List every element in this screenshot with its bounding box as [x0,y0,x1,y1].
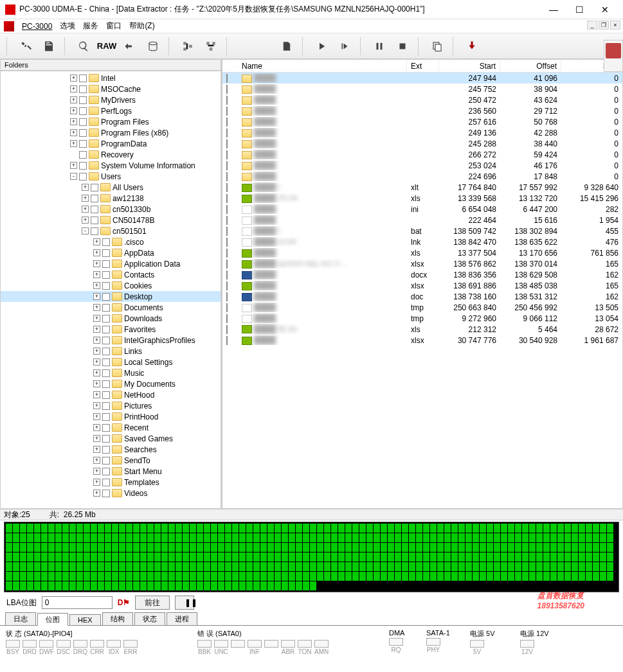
maximize-button[interactable]: ☐ [566,1,592,19]
checkbox[interactable] [91,227,98,235]
raw-button[interactable]: RAW [96,37,117,56]
checkbox[interactable] [226,128,228,137]
checkbox[interactable] [226,183,228,192]
checkbox[interactable] [226,85,228,94]
file-row[interactable]: ████ 224 69617 8480 [222,171,622,182]
file-row[interactable]: ████ 266 27259 4240 [222,149,622,160]
checkbox[interactable] [226,205,228,214]
checkbox[interactable] [102,358,110,366]
tree-item[interactable]: +PrintHood [1,411,221,422]
checkbox[interactable] [226,107,228,116]
expand-icon[interactable]: + [93,413,100,420]
minimize-button[interactable]: — [541,1,566,19]
tree-item[interactable]: +Saved Games [1,433,221,444]
checkbox[interactable] [102,337,110,344]
close-button[interactable]: ✕ [592,1,618,19]
tree-item[interactable]: +System Volume Information [1,160,221,171]
checkbox[interactable] [102,468,110,475]
file-row[interactable]: ████ tmp250 663 840250 456 99213 505 [222,302,622,313]
tree-item[interactable]: +Documents [1,302,221,313]
tab-0[interactable]: 日志 [5,612,36,625]
checkbox[interactable] [226,260,228,269]
checkbox[interactable] [91,195,98,202]
expand-icon[interactable]: + [93,358,100,366]
mdi-close-button[interactable]: × [610,21,620,30]
file-row[interactable]: ████ 222 46415 6161 954 [222,215,622,225]
expand-icon[interactable]: + [82,195,89,202]
tree-item[interactable]: +ProgramData [1,138,221,149]
checkbox[interactable] [226,281,228,290]
checkbox[interactable] [102,249,110,257]
file-row[interactable]: ████ 249 13642 2880 [222,127,622,138]
mdi-restore-button[interactable]: ❐ [599,21,609,30]
disk-icon[interactable] [606,43,621,58]
checkbox[interactable] [79,85,87,93]
tree-item[interactable]: +Cookies [1,280,221,291]
file-row[interactable]: ████ 236 56029 7120 [222,105,622,116]
menu-service[interactable]: 服务 [83,21,98,31]
checkbox[interactable] [91,206,98,213]
export-button[interactable] [276,37,297,56]
file-row[interactable]: ████ ini6 654 0486 447 200282 [222,204,622,215]
tree-item[interactable]: +Contacts [1,269,221,280]
expand-icon[interactable]: + [70,85,77,93]
checkbox[interactable] [226,249,228,258]
tree-item[interactable]: +MyDrivers [1,94,221,105]
checkbox[interactable] [102,293,110,301]
mdi-minimize-button[interactable]: _ [587,21,597,30]
checkbox[interactable] [79,173,87,181]
expand-icon[interactable]: + [93,479,100,486]
checkbox[interactable] [102,490,110,497]
tree-item[interactable]: +My Documents [1,378,221,389]
expand-icon[interactable]: + [82,184,89,191]
goto-button[interactable]: 前往 [135,596,170,610]
col-ext[interactable]: Ext [407,60,439,72]
checkbox[interactable] [102,424,110,432]
checkbox[interactable] [226,270,228,279]
file-row[interactable]: ████ docx138 836 356138 629 508162 [222,269,622,280]
expand-icon[interactable]: + [93,435,100,442]
checkbox[interactable] [79,162,87,170]
expand-icon[interactable]: + [70,118,77,125]
file-row[interactable]: ████ 细.xlsxls212 3125 46428 672 [222,324,622,335]
expand-icon[interactable]: + [70,129,77,136]
file-row[interactable]: ████ 253 02446 1760 [222,160,622,171]
expand-icon[interactable] [70,151,77,158]
file-row[interactable]: ████ 245 75238 9040 [222,84,622,94]
checkbox[interactable] [102,391,110,399]
checkbox[interactable] [226,172,228,181]
expand-icon[interactable]: + [82,206,89,213]
expand-icon[interactable]: + [93,369,100,376]
checkbox[interactable] [226,74,228,83]
checkbox[interactable] [102,457,110,464]
checkbox[interactable] [102,282,110,290]
expand-icon[interactable]: + [93,282,100,289]
expand-icon[interactable]: + [70,107,77,114]
tree-item[interactable]: +Searches [1,444,221,455]
menu-options[interactable]: 选项 [60,21,75,31]
tree-item[interactable]: +Intel [1,73,221,84]
tree-item[interactable]: +Application Data [1,258,221,269]
step-button[interactable] [334,37,355,56]
expand-icon[interactable]: + [93,249,100,256]
lba-input[interactable] [42,596,113,609]
structure2-button[interactable] [201,37,221,56]
stop-button[interactable] [392,37,413,56]
tree-item[interactable]: -Users [1,171,221,182]
tree-item[interactable]: +cn501330b [1,204,221,215]
report-button[interactable] [39,37,59,56]
file-row[interactable]: ████ 20.xlsxls13 339 56813 132 72015 415… [222,193,622,204]
expand-icon[interactable]: + [93,391,100,398]
file-row[interactable]: ████ txlt17 764 84017 557 9929 328 640 [222,182,622,193]
tab-1[interactable]: 位图 [37,613,68,626]
file-row[interactable]: ████ ayment day Jun 2...xlsx138 576 8621… [222,258,622,269]
checkbox[interactable] [102,380,110,388]
file-row[interactable]: ████ xls13 377 50413 170 656761 856 [222,247,622,258]
checkbox[interactable] [102,238,110,246]
checkbox[interactable] [102,271,110,279]
tree-item[interactable]: +NetHood [1,389,221,400]
col-start[interactable]: Start [439,60,500,72]
search-button[interactable] [73,37,94,56]
expand-icon[interactable]: + [93,468,100,475]
tree-item[interactable]: -cn501501 [1,225,221,236]
